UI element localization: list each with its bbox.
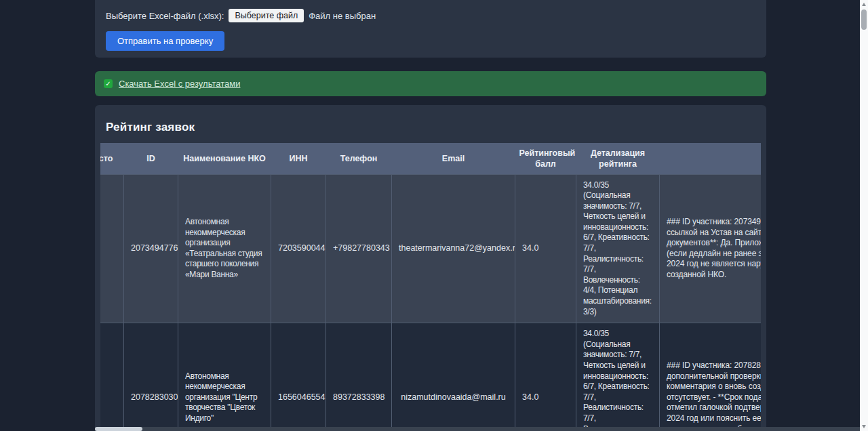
column-header-email: Email [392, 143, 515, 174]
submit-button[interactable]: Отправить на проверку [106, 31, 224, 51]
cell-place [100, 174, 124, 323]
cell-details: 34.0/35 (Социальная значимость: 7/7, Чет… [576, 323, 660, 427]
cell-phone: 89372833398 [326, 323, 392, 427]
column-header-place: Место [100, 143, 124, 174]
table-header-row: Место ID Наименование НКО ИНН Телефон Em… [100, 143, 761, 174]
scrollbar-down-arrow-icon[interactable] [862, 425, 866, 428]
cell-name: Автономная некоммерческая организация «Т… [178, 174, 271, 323]
cell-score: 34.0 [515, 174, 576, 323]
horizontal-scrollbar-thumb[interactable] [95, 427, 142, 431]
choose-file-button[interactable]: Выберите файл [229, 9, 304, 22]
vertical-scrollbar[interactable] [860, 0, 868, 431]
column-header-details: Детализация рейтинга [576, 143, 660, 174]
scrollbar-up-arrow-icon[interactable] [862, 3, 866, 6]
download-excel-link[interactable]: Скачать Excel с результатами [119, 79, 240, 89]
cell-inn: 1656046554 [271, 323, 326, 427]
cell-name: Автономная некоммерческая организация "Ц… [178, 323, 271, 427]
column-header-inn: ИНН [271, 143, 326, 174]
upload-card: Выберите Excel-файл (.xlsx): Выберите фа… [95, 0, 766, 58]
rating-table-wrapper[interactable]: Место ID Наименование НКО ИНН Телефон Em… [100, 143, 761, 427]
cell-email: theatermarivanna72@yandex.ru [392, 174, 515, 323]
table-row: 2078283030 Автономная некоммерческая орг… [100, 323, 761, 427]
column-header-phone: Телефон [326, 143, 392, 174]
table-row: 2073494776 Автономная некоммерческая орг… [100, 174, 761, 323]
cell-score: 34.0 [515, 323, 576, 427]
cell-email: nizamutdinovaaida@mail.ru [392, 323, 515, 427]
column-header-score: Рейтинговый балл [515, 143, 576, 174]
column-header-name: Наименование НКО [178, 143, 271, 174]
vertical-scrollbar-thumb[interactable] [861, 9, 867, 30]
cell-id: 2073494776 [124, 174, 178, 323]
column-header-id: ID [124, 143, 178, 174]
cell-inn: 7203590044 [271, 174, 326, 323]
horizontal-scrollbar[interactable] [95, 427, 860, 431]
cell-phone: +79827780343 [326, 174, 392, 323]
file-input-label: Выберите Excel-файл (.xlsx): [106, 11, 224, 21]
cell-comment: ### ID участника: 20734947 ссылкой на Ус… [660, 174, 762, 323]
page: Выберите Excel-файл (.xlsx): Выберите фа… [0, 0, 868, 431]
rating-table: Место ID Наименование НКО ИНН Телефон Em… [100, 143, 761, 427]
cell-details: 34.0/35 (Социальная значимость: 7/7, Чет… [576, 174, 660, 323]
success-banner: Скачать Excel с результатами [95, 71, 766, 96]
column-header-comment [660, 143, 762, 174]
check-icon [104, 79, 113, 88]
file-status-text: Файл не выбран [309, 11, 376, 21]
cell-comment: ### ID участника: 20782830 дополнительно… [660, 323, 762, 427]
cell-place [100, 323, 124, 427]
cell-id: 2078283030 [124, 323, 178, 427]
rating-title: Рейтинг заявок [95, 105, 766, 134]
rating-card: Рейтинг заявок Место ID Наименование НКО… [95, 105, 766, 431]
